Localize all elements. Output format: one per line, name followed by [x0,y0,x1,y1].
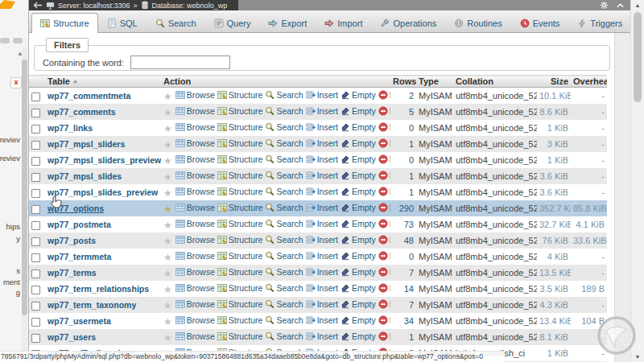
nav-item-fragment[interactable]: hips [6,222,20,231]
table-name-link[interactable]: wp77_term_relationships [47,284,149,294]
tab-structure[interactable]: Structure [31,13,98,33]
action-drop-link[interactable]: Drop [378,152,390,167]
action-empty-link[interactable]: Empty [341,184,376,199]
table-name-link[interactable]: wp77_mpsl_slides [47,171,122,181]
row-checkbox[interactable] [31,253,40,262]
action-empty-link[interactable]: Empty [341,249,376,263]
row-checkbox[interactable] [31,286,40,294]
favorite-star-icon[interactable]: ★ [163,300,172,311]
action-browse-link[interactable]: Browse [175,232,215,247]
column-header-collation[interactable]: Collation [453,76,537,88]
row-checkbox[interactable] [31,318,40,327]
nav-panel-icon[interactable] [13,38,23,43]
action-empty-link[interactable]: Empty [341,232,376,247]
row-checkbox[interactable] [31,125,40,134]
action-empty-link[interactable]: Empty [341,136,376,150]
table-name-link[interactable]: wp77_posts [47,236,96,245]
action-drop-link[interactable]: Drop [378,200,390,215]
action-search-link[interactable]: Search [265,249,303,263]
action-search-link[interactable]: Search [265,168,303,183]
action-insert-link[interactable]: Insert [306,152,338,167]
row-checkbox[interactable] [31,189,40,198]
action-search-link[interactable]: Search [265,184,303,199]
action-drop-link[interactable]: Drop [378,313,390,327]
table-name-link[interactable]: wp77_usermeta [47,316,111,326]
action-insert-link[interactable]: Insert [306,184,338,199]
table-name-link[interactable]: wp77_terms [47,268,97,278]
action-search-link[interactable]: Search [265,232,303,247]
action-search-link[interactable]: Search [265,297,303,311]
favorite-star-icon[interactable]: ★ [163,268,172,279]
row-checkbox[interactable] [31,173,40,182]
favorite-star-icon[interactable]: ★ [163,91,172,102]
action-search-link[interactable]: Search [265,313,303,327]
action-insert-link[interactable]: Insert [306,104,338,118]
favorite-star-icon[interactable]: ★ [163,139,172,150]
action-insert-link[interactable]: Insert [306,88,338,102]
row-checkbox[interactable] [31,157,40,166]
table-name-link[interactable]: wp77_mpsl_slides_preview [47,187,158,197]
action-search-link[interactable]: Search [265,265,303,279]
row-checkbox[interactable] [31,93,40,101]
action-insert-link[interactable]: Insert [306,120,338,134]
action-empty-link[interactable]: Empty [341,216,376,231]
favorite-star-icon[interactable]: ★ [163,316,172,327]
action-empty-link[interactable]: Empty [341,88,376,102]
row-checkbox[interactable] [31,141,40,150]
action-drop-link[interactable]: Drop [378,249,390,263]
action-drop-link[interactable]: Drop [378,136,390,150]
nav-item-fragment[interactable]: reviev [0,154,20,162]
action-browse-link[interactable]: Browse [175,297,215,311]
collapse-icon[interactable] [616,2,625,9]
action-empty-link[interactable]: Empty [341,200,376,215]
action-drop-link[interactable]: Drop [378,329,390,343]
action-drop-link[interactable]: Drop [378,184,390,199]
action-insert-link[interactable]: Insert [306,265,338,279]
action-empty-link[interactable]: Empty [341,120,376,134]
action-search-link[interactable]: Search [265,88,303,102]
action-browse-link[interactable]: Browse [175,200,215,215]
column-header-table[interactable]: Table [45,76,161,88]
action-structure-link[interactable]: Structure [217,281,263,295]
favorite-star-icon[interactable]: ★ [163,171,172,183]
action-empty-link[interactable]: Empty [341,265,376,279]
nav-item-fragment[interactable]: g [16,288,20,297]
table-name-link[interactable]: wp77_mpsl_sliders [47,139,125,149]
column-header-rows[interactable]: Rows? [390,76,416,88]
table-name-link[interactable]: wp77_term_taxonomy [47,300,136,310]
action-drop-link[interactable]: Drop [378,216,390,231]
action-browse-link[interactable]: Browse [175,329,215,343]
action-search-link[interactable]: Search [265,136,303,150]
action-drop-link[interactable]: Drop [378,104,390,118]
action-browse-link[interactable]: Browse [175,120,215,134]
action-drop-link[interactable]: Drop [378,281,390,295]
action-insert-link[interactable]: Insert [306,136,338,150]
action-browse-link[interactable]: Browse [175,313,215,327]
action-insert-link[interactable]: Insert [306,281,338,295]
action-drop-link[interactable]: Drop [378,265,390,279]
favorite-star-icon[interactable]: ★ [163,332,172,343]
action-browse-link[interactable]: Browse [175,104,215,118]
scroll-up-icon[interactable]: ▲ [631,2,644,8]
action-structure-link[interactable]: Structure [217,232,263,247]
action-browse-link[interactable]: Browse [175,168,215,183]
action-drop-link[interactable]: Drop [378,120,390,134]
action-structure-link[interactable]: Structure [217,200,263,215]
action-browse-link[interactable]: Browse [175,152,215,167]
action-structure-link[interactable]: Structure [217,249,263,263]
action-structure-link[interactable]: Structure [217,136,263,150]
tab-export[interactable]: Export [259,14,316,32]
action-drop-link[interactable]: Drop [378,88,390,102]
back-arrow-icon[interactable] [33,2,43,9]
action-structure-link[interactable]: Structure [217,120,263,134]
tab-import[interactable]: Import [316,14,371,32]
table-name-link[interactable]: wp77_users [47,332,96,342]
nav-item-fragment[interactable]: s [16,266,20,275]
scrollbar-thumb[interactable] [634,12,642,102]
row-checkbox[interactable] [31,334,40,343]
action-search-link[interactable]: Search [265,104,303,118]
nav-scrollbar[interactable] [22,47,27,356]
action-structure-link[interactable]: Structure [217,329,263,343]
column-header-overhead[interactable]: Overhead [571,76,607,88]
action-insert-link[interactable]: Insert [306,168,338,183]
